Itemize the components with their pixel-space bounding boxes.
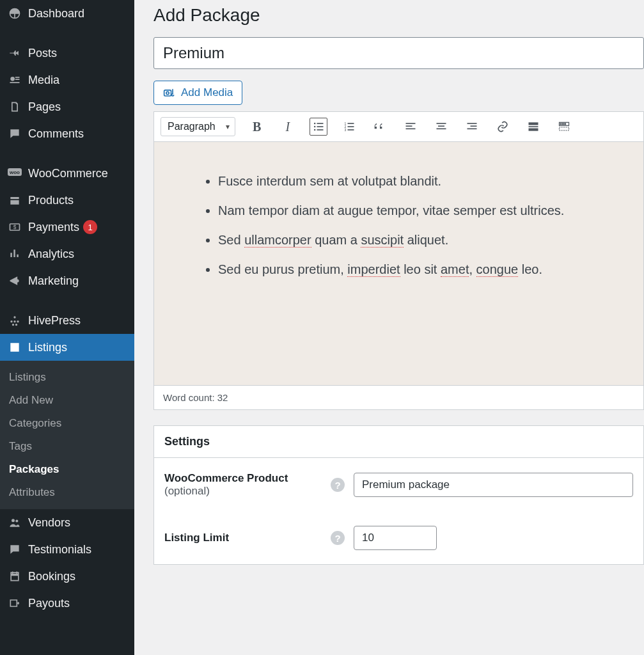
content-line: Sed eu purus pretium, imperdiet leo sit …: [218, 260, 618, 279]
svg-text:3: 3: [344, 128, 346, 132]
submenu-listings[interactable]: Listings: [0, 366, 134, 389]
product-select[interactable]: Premium package: [354, 473, 633, 497]
sidebar-item-listings[interactable]: Listings: [0, 334, 134, 361]
sidebar-item-label: Products: [28, 194, 74, 207]
limit-label: Listing Limit: [164, 532, 331, 544]
svg-point-15: [314, 123, 316, 125]
align-right-button[interactable]: [463, 118, 481, 136]
svg-rect-20: [317, 129, 323, 130]
help-icon[interactable]: ?: [331, 531, 345, 545]
format-select[interactable]: Paragraph: [161, 117, 235, 136]
content-line: Nam tempor diam at augue tempor, vitae s…: [218, 201, 618, 220]
product-label: WooCommerce Product (optional): [164, 472, 331, 498]
svg-rect-19: [317, 126, 323, 127]
svg-rect-41: [562, 123, 563, 125]
sidebar-item-pages[interactable]: Pages: [0, 93, 134, 120]
package-title-input[interactable]: [153, 37, 644, 69]
svg-point-12: [15, 519, 18, 522]
sidebar-item-testimonials[interactable]: Testimonials: [0, 536, 134, 563]
svg-rect-38: [528, 129, 538, 131]
svg-rect-24: [347, 123, 354, 124]
svg-point-10: [15, 324, 17, 326]
svg-rect-30: [436, 123, 446, 124]
woo-icon: woo: [8, 166, 22, 180]
readmore-button[interactable]: [524, 118, 542, 136]
settings-title: Settings: [154, 426, 643, 458]
link-button[interactable]: [494, 118, 512, 136]
add-media-label: Add Media: [181, 86, 233, 99]
svg-rect-32: [436, 129, 446, 130]
admin-sidebar: Dashboard Posts Media Pages Commen: [0, 0, 134, 655]
notification-badge: 1: [83, 220, 97, 234]
main-content: Add Package Add Media Paragraph B I: [134, 0, 644, 655]
sidebar-item-label: Vendors: [28, 516, 70, 530]
sidebar-item-vendors[interactable]: Vendors: [0, 509, 134, 536]
svg-rect-28: [405, 125, 412, 127]
sidebar-item-bookings[interactable]: Bookings: [0, 563, 134, 590]
sidebar-item-analytics[interactable]: Analytics: [0, 241, 134, 267]
marketing-icon: [8, 274, 22, 288]
sidebar-item-label: HivePress: [28, 314, 81, 328]
help-icon[interactable]: ?: [331, 478, 345, 492]
toolbar-toggle-button[interactable]: [555, 118, 573, 136]
svg-rect-26: [347, 129, 354, 130]
svg-rect-37: [528, 126, 538, 127]
sidebar-item-payouts[interactable]: Payouts: [0, 590, 134, 617]
svg-rect-18: [317, 123, 323, 124]
bold-button[interactable]: B: [248, 118, 266, 136]
add-media-button[interactable]: Add Media: [153, 81, 242, 105]
sidebar-item-products[interactable]: Products: [0, 187, 134, 214]
sidebar-item-label: Testimonials: [28, 543, 91, 556]
submenu-add-new[interactable]: Add New: [0, 389, 134, 412]
submenu-attributes[interactable]: Attributes: [0, 481, 134, 504]
listings-icon: [8, 340, 22, 354]
comments-icon: [8, 127, 22, 141]
svg-point-6: [10, 320, 12, 322]
sidebar-submenu: Listings Add New Categories Tags Package…: [0, 361, 134, 509]
editor-content-area[interactable]: Fusce interdum sem at volutpat blandit.N…: [154, 142, 643, 385]
editor-toolbar: Paragraph B I 123: [154, 112, 643, 142]
submenu-categories[interactable]: Categories: [0, 412, 134, 435]
sidebar-item-dashboard[interactable]: Dashboard: [0, 0, 134, 27]
submenu-packages[interactable]: Packages: [0, 458, 134, 481]
svg-rect-36: [528, 122, 538, 125]
sidebar-item-label: Dashboard: [28, 7, 84, 20]
sidebar-item-label: Bookings: [28, 570, 75, 583]
sidebar-item-label: Marketing: [28, 274, 79, 288]
content-line: Fusce interdum sem at volutpat blandit.: [218, 171, 618, 191]
svg-rect-34: [470, 125, 476, 127]
analytics-icon: [8, 247, 22, 261]
svg-rect-33: [467, 123, 476, 124]
svg-point-0: [10, 77, 15, 81]
sidebar-item-hivepress[interactable]: HivePress: [0, 307, 134, 334]
bullet-list-button[interactable]: [310, 118, 327, 136]
listing-limit-input[interactable]: [354, 526, 437, 550]
sidebar-item-label: Listings: [28, 341, 67, 354]
svg-rect-25: [347, 126, 354, 127]
sidebar-item-label: Media: [28, 74, 59, 87]
svg-point-7: [17, 320, 19, 322]
svg-rect-35: [467, 129, 476, 130]
sidebar-item-label: Payouts: [28, 597, 70, 610]
sidebar-item-posts[interactable]: Posts: [0, 40, 134, 67]
hive-icon: [8, 313, 22, 328]
page-title: Add Package: [153, 5, 644, 26]
sidebar-item-marketing[interactable]: Marketing: [0, 267, 134, 294]
sidebar-item-woocommerce[interactable]: woo WooCommerce: [0, 160, 134, 187]
content-editor: Paragraph B I 123: [153, 111, 644, 410]
settings-panel: Settings WooCommerce Product (optional) …: [153, 425, 644, 565]
sidebar-item-media[interactable]: Media: [0, 67, 134, 93]
payments-icon: $: [8, 220, 22, 234]
submenu-tags[interactable]: Tags: [0, 435, 134, 458]
payouts-icon: [8, 596, 22, 610]
svg-point-17: [314, 129, 316, 131]
numbered-list-button[interactable]: 123: [340, 118, 358, 136]
blockquote-button[interactable]: [371, 118, 389, 136]
align-left-button[interactable]: [402, 118, 420, 136]
settings-row-limit: Listing Limit ?: [154, 512, 643, 564]
pin-icon: [8, 46, 22, 60]
align-center-button[interactable]: [432, 118, 450, 136]
sidebar-item-comments[interactable]: Comments: [0, 120, 134, 147]
sidebar-item-payments[interactable]: $ Payments 1: [0, 214, 134, 241]
italic-button[interactable]: I: [279, 118, 297, 136]
